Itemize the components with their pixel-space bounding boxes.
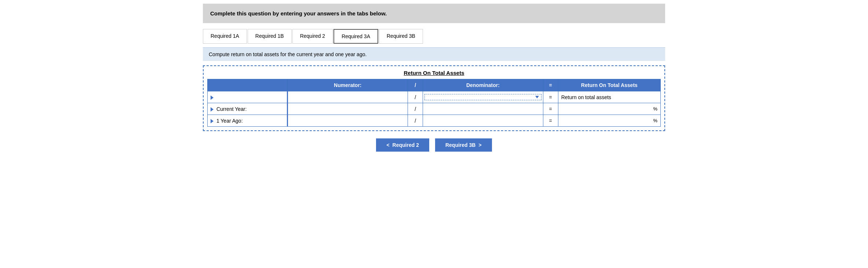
tab-required-1a[interactable]: Required 1A	[203, 29, 247, 44]
row2-numerator-input[interactable]	[289, 116, 406, 126]
col-header-equals: =	[543, 79, 558, 91]
row0-equals: =	[543, 91, 558, 103]
row1-numerator-cell[interactable]	[288, 103, 408, 115]
row2-denominator-cell[interactable]	[423, 115, 543, 127]
col-header-slash: /	[408, 79, 423, 91]
row0-denominator-cell[interactable]	[423, 91, 543, 103]
row2-denominator-input[interactable]	[424, 116, 541, 126]
row2-result-wrap: %	[560, 116, 659, 126]
chevron-right-icon	[478, 142, 481, 148]
header-instruction: Complete this question by entering your …	[210, 10, 387, 17]
row0-numerator-cell[interactable]	[288, 91, 408, 103]
row1-result-wrap: %	[560, 104, 659, 114]
table-area: Return On Total Assets Numerator: / Deno…	[203, 65, 665, 131]
main-table: Numerator: / Denominator: = Return On To…	[207, 79, 661, 127]
row1-result-cell[interactable]: %	[558, 103, 660, 115]
blue-indicator-icon	[211, 95, 214, 100]
row2-slash: /	[408, 115, 423, 127]
col-header-result: Return On Total Assets	[558, 79, 660, 91]
tab-required-3a[interactable]: Required 3A	[333, 29, 378, 44]
row2-equals: =	[543, 115, 558, 127]
back-button[interactable]: Required 2	[376, 138, 429, 152]
table-header-row: Numerator: / Denominator: = Return On To…	[208, 79, 661, 91]
forward-button-label: Required 3B	[445, 142, 475, 148]
row2-result-input[interactable]	[560, 116, 652, 126]
table-row: Current Year: / = %	[208, 103, 661, 115]
forward-button[interactable]: Required 3B	[435, 138, 492, 152]
row0-slash: /	[408, 91, 423, 103]
row2-result-cell[interactable]: %	[558, 115, 660, 127]
table-title: Return On Total Assets	[207, 70, 661, 76]
row1-result-input[interactable]	[560, 104, 652, 114]
tab-required-1b[interactable]: Required 1B	[248, 29, 292, 44]
row0-numerator-input[interactable]	[289, 92, 406, 102]
row0-denominator-dropdown[interactable]	[424, 94, 541, 100]
row1-percent-sign: %	[652, 106, 659, 112]
nav-buttons: Required 2 Required 3B	[203, 138, 665, 152]
dropdown-arrow-icon[interactable]	[535, 96, 539, 98]
table-row: 1 Year Ago: / = %	[208, 115, 661, 127]
instruction-bar: Compute return on total assets for the c…	[203, 47, 665, 61]
tabs-container: Required 1A Required 1B Required 2 Requi…	[203, 29, 665, 44]
col-header-numerator: Numerator:	[288, 79, 408, 91]
col-header-label	[208, 79, 288, 91]
back-button-label: Required 2	[393, 142, 419, 148]
chevron-left-icon	[386, 142, 389, 148]
row0-label	[208, 91, 288, 103]
col-header-denominator: Denominator:	[423, 79, 543, 91]
blue-indicator-icon	[211, 119, 214, 123]
row1-denominator-input[interactable]	[424, 104, 541, 114]
row0-result-text: Return on total assets	[558, 91, 660, 103]
table-row: / = Return on total assets	[208, 91, 661, 103]
row1-slash: /	[408, 103, 423, 115]
row2-percent-sign: %	[652, 118, 659, 123]
tab-required-3b[interactable]: Required 3B	[379, 29, 423, 44]
blue-indicator-icon	[211, 107, 214, 112]
row2-label: 1 Year Ago:	[208, 115, 288, 127]
row2-numerator-cell[interactable]	[288, 115, 408, 127]
row1-numerator-input[interactable]	[289, 104, 406, 114]
row1-label: Current Year:	[208, 103, 288, 115]
tab-required-2[interactable]: Required 2	[292, 29, 333, 44]
row1-denominator-cell[interactable]	[423, 103, 543, 115]
row1-equals: =	[543, 103, 558, 115]
header-banner: Complete this question by entering your …	[203, 4, 665, 23]
